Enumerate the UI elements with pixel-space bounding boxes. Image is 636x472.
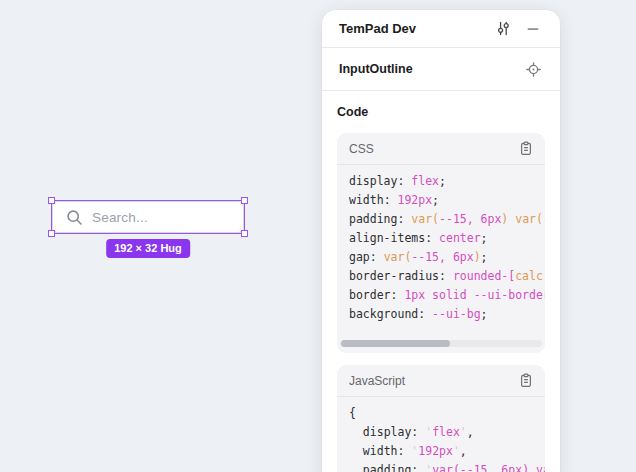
selection-handle-se[interactable] bbox=[241, 230, 248, 237]
code-line: { bbox=[349, 404, 545, 423]
selection-handle-sw[interactable] bbox=[48, 230, 55, 237]
selected-node-row: InputOutline bbox=[322, 48, 560, 91]
sliders-icon[interactable] bbox=[493, 19, 513, 39]
input-outline-element[interactable]: Search... bbox=[52, 201, 244, 233]
code-line: display: 'flex', bbox=[349, 423, 545, 442]
clipboard-icon[interactable] bbox=[516, 371, 536, 391]
code-line: background: --ui-bg; bbox=[349, 305, 545, 324]
code-line: display: flex; bbox=[349, 172, 545, 191]
code-line: padding: var(--15, 6px) var(-- bbox=[349, 210, 545, 229]
selection-handle-nw[interactable] bbox=[48, 197, 55, 204]
minimize-icon[interactable] bbox=[523, 19, 543, 39]
size-badge: 192 × 32 Hug bbox=[106, 239, 190, 258]
code-line: align-items: center; bbox=[349, 229, 545, 248]
clipboard-icon[interactable] bbox=[516, 139, 536, 159]
code-section-title: Code bbox=[337, 105, 545, 119]
search-icon bbox=[66, 209, 83, 226]
selection-handle-ne[interactable] bbox=[241, 197, 248, 204]
panel-title: TemPad Dev bbox=[339, 21, 416, 36]
locate-icon[interactable] bbox=[523, 59, 543, 79]
tempad-dev-panel: TemPad Dev InputOutline bbox=[322, 10, 560, 472]
code-line: border: 1px solid --ui-border- bbox=[349, 286, 545, 305]
code-line: gap: var(--15, 6px); bbox=[349, 248, 545, 267]
search-placeholder: Search... bbox=[92, 210, 148, 225]
css-code-card: CSS display: flex;width: 192px;padding: … bbox=[337, 133, 545, 353]
js-code-card: JavaScript { display: 'flex', width: '19… bbox=[337, 365, 545, 472]
css-code: display: flex;width: 192px;padding: var(… bbox=[337, 165, 545, 336]
code-line: border-radius: rounded-[calc(v bbox=[349, 267, 545, 286]
scrollbar-thumb[interactable] bbox=[341, 340, 450, 347]
code-line: width: 192px; bbox=[349, 191, 545, 210]
css-language-label: CSS bbox=[349, 142, 374, 156]
search-input-component[interactable]: Search... 192 × 32 Hug bbox=[52, 201, 244, 233]
js-language-label: JavaScript bbox=[349, 374, 405, 388]
selected-node-name: InputOutline bbox=[339, 62, 413, 76]
code-line: width: '192px', bbox=[349, 442, 545, 461]
panel-header: TemPad Dev bbox=[322, 10, 560, 48]
js-card-header: JavaScript bbox=[337, 365, 545, 397]
js-code: { display: 'flex', width: '192px', paddi… bbox=[337, 397, 545, 472]
horizontal-scrollbar[interactable] bbox=[340, 340, 542, 347]
panel-body: Code CSS display: flex;width: 192px;padd… bbox=[322, 91, 560, 472]
code-line: padding: 'var(--15, 6px) var bbox=[349, 461, 545, 472]
css-card-header: CSS bbox=[337, 133, 545, 165]
